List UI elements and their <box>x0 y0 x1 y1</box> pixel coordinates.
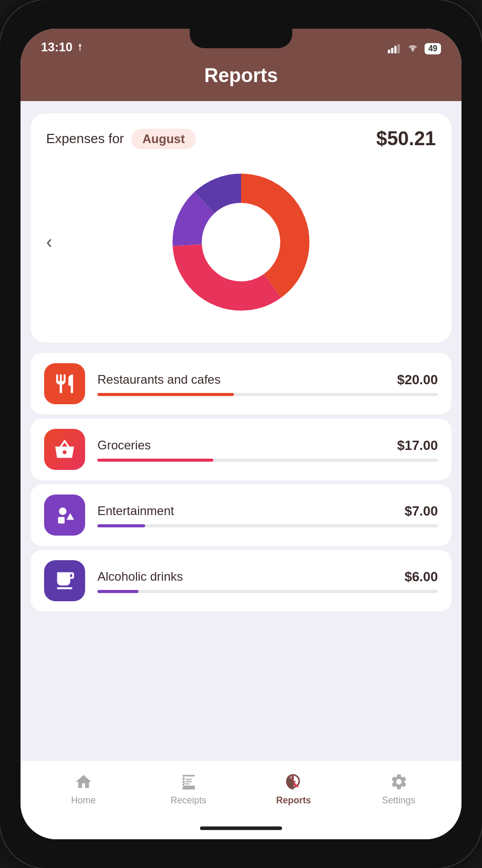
entertainment-progress-bg <box>97 524 438 527</box>
drinks-icon <box>44 560 85 601</box>
receipts-icon <box>178 772 199 792</box>
drinks-name: Alcoholic drinks <box>97 569 183 584</box>
donut-chart <box>164 165 318 319</box>
chart-card: Expenses for August $50.21 ‹ <box>31 113 451 343</box>
restaurants-name: Restaurants and cafes <box>97 372 220 387</box>
home-bar <box>200 826 282 830</box>
nav-label-settings: Settings <box>382 795 415 806</box>
status-icons: 49 <box>388 43 441 55</box>
svg-point-10 <box>59 507 67 515</box>
entertainment-icon <box>44 495 85 536</box>
nav-item-receipts[interactable]: Receipts <box>136 772 241 806</box>
svg-rect-15 <box>186 783 190 784</box>
time-display: 13:10 <box>41 40 72 54</box>
drinks-details: Alcoholic drinks $6.00 <box>97 569 438 593</box>
category-item-restaurants[interactable]: Restaurants and cafes $20.00 <box>31 353 451 415</box>
nav-item-settings[interactable]: Settings <box>346 772 451 806</box>
main-content: Expenses for August $50.21 ‹ <box>21 101 461 760</box>
page-title: Reports <box>41 65 441 87</box>
signal-icon <box>388 44 401 53</box>
expenses-header: Expenses for August $50.21 <box>46 128 436 150</box>
category-item-entertainment[interactable]: Entertainment $7.00 <box>31 484 451 546</box>
groceries-progress-bg <box>97 459 438 462</box>
category-item-drinks[interactable]: Alcoholic drinks $6.00 <box>31 550 451 611</box>
groceries-progress-fill <box>97 459 213 462</box>
groceries-name: Groceries <box>97 438 151 452</box>
home-icon <box>73 772 94 792</box>
drinks-amount: $6.00 <box>405 569 438 585</box>
nav-label-reports: Reports <box>276 795 311 806</box>
svg-rect-11 <box>58 517 65 524</box>
svg-rect-13 <box>186 779 192 780</box>
restaurants-details: Restaurants and cafes $20.00 <box>97 372 438 396</box>
svg-rect-14 <box>186 781 192 782</box>
restaurants-progress-bg <box>97 393 438 396</box>
notch <box>190 29 292 48</box>
phone-frame: 13:10 49 Reports <box>0 0 482 868</box>
nav-item-home[interactable]: Home <box>31 772 136 806</box>
battery-display: 49 <box>425 43 441 54</box>
category-item-groceries[interactable]: Groceries $17.00 <box>31 419 451 480</box>
nav-label-receipts: Receipts <box>170 795 206 806</box>
restaurants-amount: $20.00 <box>397 372 438 388</box>
chart-area: ‹ <box>46 160 436 324</box>
nav-label-home: Home <box>71 795 95 806</box>
category-list: Restaurants and cafes $20.00 <box>21 343 461 617</box>
expenses-label-text: Expenses for <box>46 131 124 147</box>
wifi-icon <box>406 44 419 54</box>
page-header: Reports <box>21 60 461 101</box>
svg-rect-3 <box>398 44 400 53</box>
settings-icon <box>389 772 409 792</box>
expenses-label: Expenses for August <box>46 129 196 149</box>
groceries-amount: $17.00 <box>397 438 438 453</box>
chart-prev-button[interactable]: ‹ <box>41 226 57 258</box>
restaurants-progress-fill <box>97 393 234 396</box>
phone-screen: 13:10 49 Reports <box>21 29 461 839</box>
groceries-icon <box>44 429 85 470</box>
nav-item-reports[interactable]: Reports <box>241 772 346 806</box>
status-time: 13:10 <box>41 40 85 55</box>
drinks-progress-bg <box>97 590 438 593</box>
total-amount: $50.21 <box>376 128 436 150</box>
entertainment-details: Entertainment $7.00 <box>97 503 438 527</box>
entertainment-amount: $7.00 <box>405 503 438 519</box>
bottom-nav: Home Receipts <box>21 760 461 817</box>
svg-point-8 <box>203 204 279 281</box>
svg-rect-1 <box>391 48 394 53</box>
svg-rect-2 <box>394 46 397 53</box>
restaurants-icon <box>44 363 85 404</box>
entertainment-progress-fill <box>97 524 145 527</box>
groceries-details: Groceries $17.00 <box>97 438 438 462</box>
drinks-progress-fill <box>97 590 138 593</box>
month-badge[interactable]: August <box>131 129 196 149</box>
home-indicator <box>21 817 461 839</box>
entertainment-name: Entertainment <box>97 504 174 518</box>
reports-icon <box>284 772 304 792</box>
svg-rect-0 <box>388 50 391 53</box>
